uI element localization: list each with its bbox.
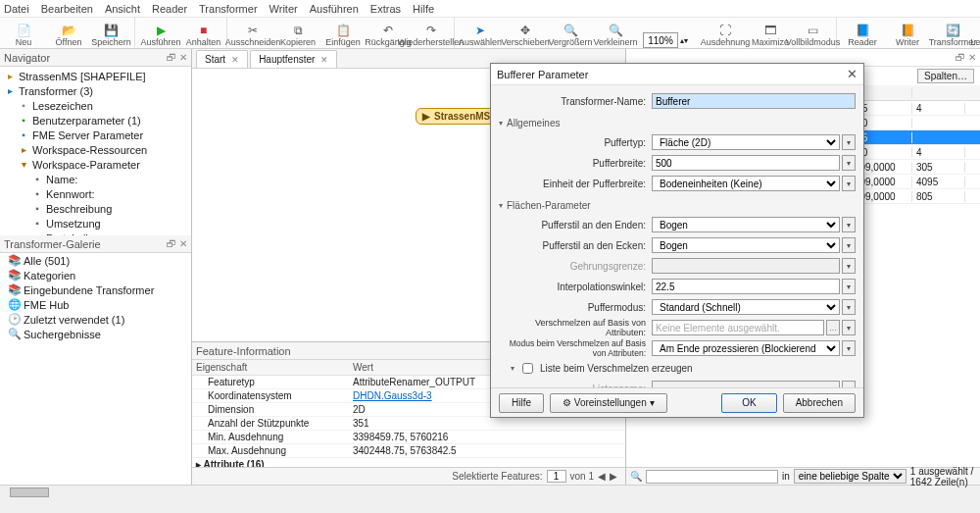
nav-item[interactable]: ▸Workspace-Ressourcen — [0, 142, 191, 157]
gallery-item[interactable]: 🕑Zuletzt verwendet (1) — [0, 312, 191, 327]
verschmelzen-attr-input[interactable] — [652, 320, 824, 335]
nav-item[interactable]: ▪Lesezeichen — [0, 98, 191, 113]
panel-controls[interactable]: 🗗 ✕ — [167, 238, 187, 249]
cancel-button[interactable]: Abbrechen — [783, 393, 856, 413]
horizontal-scrollbar[interactable] — [0, 485, 980, 499]
enden-select[interactable]: Bogen — [652, 217, 840, 232]
dropdown-icon[interactable]: ▾ — [842, 299, 856, 315]
vergroessern-button[interactable]: 🔍Vergrößern — [549, 17, 592, 48]
menu-writer[interactable]: Writer — [270, 3, 298, 15]
speichern-button[interactable]: 💾Speichern — [92, 17, 135, 48]
feature-info-footer: Selektierte Features: von 1 ◀ ▶ — [192, 467, 625, 485]
navigator-tree[interactable]: ▸StrassenMS [SHAPEFILE]▸Transformer (3)▪… — [0, 67, 191, 235]
reader-button[interactable]: 📘Reader — [841, 17, 884, 48]
nav-item[interactable]: ▪Kennwort: — [0, 186, 191, 201]
more-icon[interactable]: … — [826, 320, 840, 335]
tab-start[interactable]: Start✕ — [196, 50, 248, 68]
dropdown-icon[interactable]: ▾ — [842, 279, 856, 294]
menu-ausführen[interactable]: Ausführen — [310, 3, 359, 15]
ok-button[interactable]: OK — [721, 393, 776, 413]
feature-row[interactable]: Anzahl der Stützpunkte351 — [192, 417, 625, 431]
search-input[interactable] — [646, 470, 778, 484]
feature-row[interactable]: Max. Ausdehnung3402448.75, 5763842.5 — [192, 444, 625, 458]
menu-ansicht[interactable]: Ansicht — [105, 3, 140, 15]
nav-item[interactable]: ▾Workspace-Parameter — [0, 157, 191, 172]
close-icon[interactable]: ✕ — [231, 55, 239, 65]
presets-button[interactable]: ⚙ Voreinstellungen ▾ — [550, 393, 667, 413]
feature-index-input[interactable] — [547, 470, 566, 483]
pufferbreite-input[interactable] — [652, 155, 840, 171]
neu-button[interactable]: 📄Neu — [2, 17, 45, 48]
ecken-select[interactable]: Bogen — [652, 237, 840, 253]
gallery-item[interactable]: 🔍Suchergebnisse — [0, 327, 191, 341]
verschieben-button[interactable]: ✥Verschieben — [504, 17, 547, 48]
anhalten-button[interactable]: ■Anhalten — [184, 17, 227, 48]
nav-item[interactable]: ▸Transformer (3) — [0, 83, 191, 98]
menu-reader[interactable]: Reader — [152, 3, 187, 15]
columns-button[interactable]: Spalten… — [917, 69, 974, 83]
nav-item[interactable]: ▪FME Server Parameter — [0, 128, 191, 142]
dropdown-icon[interactable]: ▾ — [842, 155, 856, 171]
liste-checkbox[interactable] — [522, 363, 533, 374]
menu-datei[interactable]: Datei — [4, 3, 29, 15]
dropdown-icon[interactable]: ▾ — [842, 340, 856, 356]
lesezeichen-button[interactable]: 🔖Lesezeichen — [976, 17, 980, 48]
gallery-item[interactable]: 📚Kategorien — [0, 268, 191, 282]
group-allgemeines[interactable]: Allgemeines — [499, 115, 856, 130]
search-column-select[interactable]: eine beliebige Spalte — [794, 469, 906, 484]
menu-extras[interactable]: Extras — [370, 3, 401, 15]
nav-item[interactable]: ▪Benutzerparameter (1) — [0, 113, 191, 128]
oeffnen-button[interactable]: 📂Öffnen — [47, 17, 90, 48]
wiederherstellen-button[interactable]: ↷Wiederherstellen — [412, 17, 455, 48]
ausschneiden-button[interactable]: ✂Ausschneiden — [231, 17, 274, 48]
puffertyp-select[interactable]: Fläche (2D) — [652, 134, 840, 150]
ausfuehren-button[interactable]: ▶Ausführen — [139, 17, 182, 48]
gallery-item[interactable]: 🌐FME Hub — [0, 297, 191, 312]
auswaehlen-button[interactable]: ➤Auswählen — [459, 17, 502, 48]
nav-item[interactable]: ▪Name: — [0, 172, 191, 186]
dropdown-icon[interactable]: ▾ — [842, 320, 856, 335]
feature-row[interactable]: Min. Ausdehnung3398459.75, 5760216 — [192, 431, 625, 444]
reader-node[interactable]: ▶ StrassenMS — [416, 108, 497, 125]
next-icon[interactable]: ▶ — [610, 471, 617, 482]
verschmelzen-modus-select[interactable]: Am Ende prozessieren (Blockierend — [652, 340, 840, 356]
nav-item[interactable]: ▪Umsetzung — [0, 216, 191, 231]
panel-controls[interactable]: 🗗 ✕ — [167, 52, 187, 63]
dropdown-icon[interactable]: ▾ — [842, 176, 856, 191]
menu-transformer[interactable]: Transformer — [199, 3, 258, 15]
modus-select[interactable]: Standard (Schnell) — [652, 299, 840, 315]
close-icon[interactable]: ✕ — [847, 67, 858, 81]
help-button[interactable]: Hilfe — [499, 393, 544, 413]
transformer-name-input[interactable] — [652, 93, 856, 109]
transformer-gallery[interactable]: 📚Alle (501)📚Kategorien📚Eingebundene Tran… — [0, 253, 191, 485]
dialog-titlebar[interactable]: Bufferer Parameter✕ — [491, 64, 863, 85]
menu-hilfe[interactable]: Hilfe — [413, 3, 434, 15]
gear-icon: ⚙ — [563, 397, 571, 408]
feature-row[interactable]: ▸ Attribute (16) — [192, 458, 625, 467]
dropdown-icon[interactable]: ▾ — [842, 217, 856, 232]
gallery-item[interactable]: 📚Alle (501) — [0, 253, 191, 268]
group-flaechen[interactable]: Flächen-Parameter — [499, 197, 856, 213]
prev-icon[interactable]: ◀ — [598, 471, 606, 482]
zoom-input[interactable] — [643, 32, 678, 48]
listenname-input — [652, 381, 840, 387]
verkleinern-button[interactable]: 🔍Verkleinern — [594, 17, 637, 48]
nav-item[interactable]: ▸StrassenMS [SHAPEFILE] — [0, 69, 191, 83]
ausdehnung-button[interactable]: ⛶Ausdehnung — [704, 17, 747, 48]
winkel-input[interactable] — [652, 279, 840, 294]
dropdown-icon[interactable]: ▾ — [842, 237, 856, 253]
einfuegen-button[interactable]: 📋Einfügen — [321, 17, 365, 48]
tab-hauptfenster[interactable]: Hauptfenster✕ — [250, 50, 337, 68]
nav-item[interactable]: ▪Beschreibung — [0, 201, 191, 216]
vollbild-button[interactable]: ▭Vollbildmodus — [794, 17, 837, 48]
dropdown-icon[interactable]: ▾ — [842, 134, 856, 150]
writer-button[interactable]: 📙Writer — [886, 17, 929, 48]
gallery-item[interactable]: 📚Eingebundene Transformer — [0, 282, 191, 297]
einheit-select[interactable]: Bodeneinheiten (Keine) — [652, 176, 840, 191]
kopieren-button[interactable]: ⧉Kopieren — [276, 17, 319, 48]
close-icon[interactable]: ✕ — [320, 55, 328, 65]
search-icon[interactable]: 🔍 — [630, 471, 642, 482]
menu-bearbeiten[interactable]: Bearbeiten — [41, 3, 93, 15]
transformer-button[interactable]: 🔄Transformer — [931, 17, 974, 48]
gehrung-input — [652, 258, 840, 274]
